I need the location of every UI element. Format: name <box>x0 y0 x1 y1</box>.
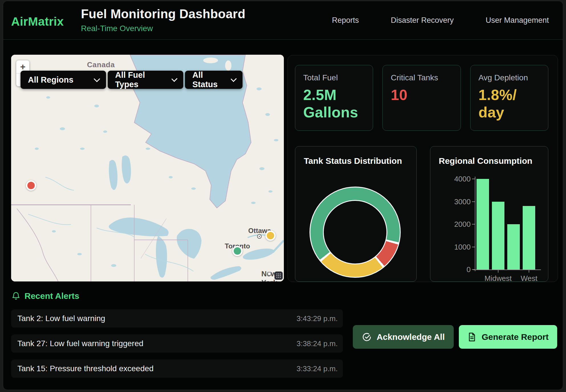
y-axis-tick-label: 3000 <box>430 197 471 206</box>
x-axis-tick-label: Midwest <box>484 274 512 283</box>
main-nav: Reports Disaster Recovery User Managemen… <box>332 1 549 39</box>
nav-reports[interactable]: Reports <box>332 16 359 25</box>
page-subtitle: Real-Time Overview <box>81 24 245 33</box>
alert-row[interactable]: Tank 2: Low fuel warning 3:43:29 p.m. <box>11 309 343 328</box>
filter-status-dropdown[interactable]: All Status <box>185 71 243 89</box>
y-axis-tick <box>472 269 475 270</box>
donut-chart-title: Tank Status Distribution <box>304 156 402 166</box>
y-axis-tick <box>472 201 475 202</box>
bar-south <box>507 224 520 270</box>
chevron-down-icon <box>231 76 237 82</box>
alert-row[interactable]: Tank 27: Low fuel warning triggered 3:38… <box>11 334 343 353</box>
donut-hole <box>323 200 387 264</box>
tank-status-donut <box>310 187 401 278</box>
x-axis-tick <box>498 270 498 273</box>
y-axis-tick <box>472 179 475 179</box>
title-block: Fuel Monitoring Dashboard Real-Time Over… <box>81 7 245 33</box>
y-axis-line <box>475 177 475 271</box>
y-axis-tick <box>472 247 475 247</box>
kpi-avg-depletion: Avg Depletion 1.8%/ day <box>470 65 548 131</box>
map-label-canada: Canada <box>87 60 115 69</box>
charts-row: Tank Status Distribution Regional Consum… <box>295 146 548 282</box>
header: AirMatrix Fuel Monitoring Dashboard Real… <box>3 1 563 40</box>
nav-disaster-recovery[interactable]: Disaster Recovery <box>391 16 454 25</box>
acknowledge-all-button[interactable]: Acknowledge All <box>353 325 454 349</box>
bar-west <box>523 206 535 270</box>
regional-consumption-card: Regional Consumption 01000200030004000Mi… <box>430 146 549 282</box>
alert-time: 3:38:24 p.m. <box>296 339 338 348</box>
alert-row[interactable]: Tank 15: Pressure threshold exceeded 3:3… <box>11 360 343 378</box>
y-axis-tick-label: 4000 <box>430 175 471 183</box>
generate-report-button[interactable]: Generate Report <box>459 325 557 349</box>
report-document-icon <box>467 332 477 342</box>
filter-regions-dropdown[interactable]: All Regions <box>21 71 106 89</box>
alert-time: 3:33:24 p.m. <box>296 364 338 373</box>
tank-status-card: Tank Status Distribution <box>295 146 417 282</box>
alert-text: Tank 27: Low fuel warning triggered <box>17 339 143 348</box>
chevron-down-icon <box>171 76 178 82</box>
bell-icon <box>12 291 20 301</box>
kpi-row: Total Fuel 2.5M Gallons Critical Tanks 1… <box>295 65 548 131</box>
filter-status-label: All Status <box>192 70 223 89</box>
tank-marker-warning[interactable] <box>265 230 276 241</box>
kpi-total-fuel: Total Fuel 2.5M Gallons <box>295 65 373 131</box>
map-filters: All Regions All Fuel Types All Status <box>21 71 243 89</box>
bar-northeast <box>477 179 489 270</box>
tank-marker-critical[interactable] <box>26 180 36 191</box>
brand-logo: AirMatrix <box>11 15 64 28</box>
chevron-down-icon <box>94 76 100 82</box>
filter-regions-label: All Regions <box>28 75 74 85</box>
ottawa-town-icon <box>257 234 262 239</box>
dashboard-window: AirMatrix Fuel Monitoring Dashboard Real… <box>3 1 563 390</box>
recent-alerts-title: Recent Alerts <box>25 291 79 301</box>
map[interactable]: Canada Ottawa Toronto New York + − All R… <box>11 55 284 281</box>
x-axis-tick-label: West <box>521 274 538 283</box>
kpi-label: Critical Tanks <box>391 73 452 82</box>
x-axis-line <box>473 270 541 270</box>
x-axis-tick <box>529 270 529 273</box>
kpi-label: Total Fuel <box>303 73 365 82</box>
generate-report-label: Generate Report <box>482 332 549 342</box>
alert-text: Tank 2: Low fuel warning <box>17 314 105 323</box>
filter-fuel-types-dropdown[interactable]: All Fuel Types <box>108 71 183 89</box>
alert-text: Tank 15: Pressure threshold exceeded <box>17 364 154 373</box>
page-title: Fuel Monitoring Dashboard <box>81 7 245 21</box>
alert-time: 3:43:29 p.m. <box>296 314 338 323</box>
map-resize-handle[interactable] <box>274 271 283 280</box>
screen: AirMatrix Fuel Monitoring Dashboard Real… <box>0 0 566 392</box>
nav-user-management[interactable]: User Management <box>486 16 549 25</box>
new-york-city-icon <box>268 272 271 276</box>
bar-midwest <box>492 202 504 270</box>
check-circle-icon <box>362 332 372 342</box>
filter-fuel-types-label: All Fuel Types <box>115 70 164 89</box>
y-axis-tick-label: 1000 <box>430 242 471 251</box>
kpi-critical-tanks: Critical Tanks 10 <box>382 65 461 131</box>
kpi-label: Avg Depletion <box>479 73 540 82</box>
bar-plot: 01000200030004000MidwestWest <box>430 146 548 281</box>
kpi-value: 10 <box>391 86 452 104</box>
stats-panel: Total Fuel 2.5M Gallons Critical Tanks 1… <box>288 55 558 282</box>
y-axis-tick <box>472 224 475 224</box>
kpi-value: 2.5M Gallons <box>303 86 365 121</box>
y-axis-tick-label: 2000 <box>430 220 471 229</box>
kpi-value: 1.8%/ day <box>479 86 540 121</box>
y-axis-tick-label: 0 <box>430 265 471 274</box>
acknowledge-all-label: Acknowledge All <box>377 332 445 342</box>
tank-marker-normal[interactable] <box>232 246 243 256</box>
recent-alerts-heading: Recent Alerts <box>12 291 79 301</box>
